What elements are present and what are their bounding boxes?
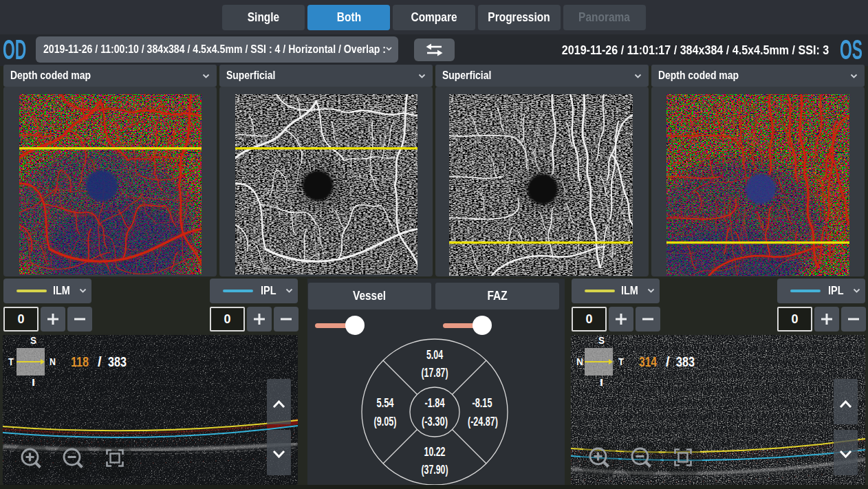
svg-text:T: T: [618, 356, 624, 367]
svg-text:(-24.87): (-24.87): [468, 415, 498, 428]
svg-text:10.22: 10.22: [424, 445, 446, 459]
svg-text:S: S: [30, 335, 36, 346]
svg-text:-1.84: -1.84: [425, 396, 445, 410]
svg-text:/: /: [666, 354, 670, 369]
svg-text:I: I: [32, 376, 35, 388]
svg-text:I: I: [600, 376, 603, 388]
svg-text:/: /: [98, 354, 102, 369]
svg-text:383: 383: [108, 354, 127, 369]
svg-text:(-3.30): (-3.30): [422, 415, 448, 428]
svg-text:T: T: [8, 356, 14, 367]
svg-text:118: 118: [71, 354, 89, 369]
svg-text:S: S: [598, 335, 605, 346]
svg-text:(17.87): (17.87): [422, 366, 448, 380]
svg-text:314: 314: [639, 354, 658, 369]
svg-text:N: N: [576, 356, 583, 367]
svg-text:(9.05): (9.05): [374, 415, 397, 428]
svg-text:N: N: [50, 356, 56, 367]
svg-text:-8.15: -8.15: [473, 396, 492, 410]
svg-text:(37.90): (37.90): [422, 463, 448, 477]
svg-text:5.04: 5.04: [426, 348, 443, 362]
svg-text:5.54: 5.54: [377, 396, 394, 410]
svg-text:383: 383: [676, 354, 695, 369]
